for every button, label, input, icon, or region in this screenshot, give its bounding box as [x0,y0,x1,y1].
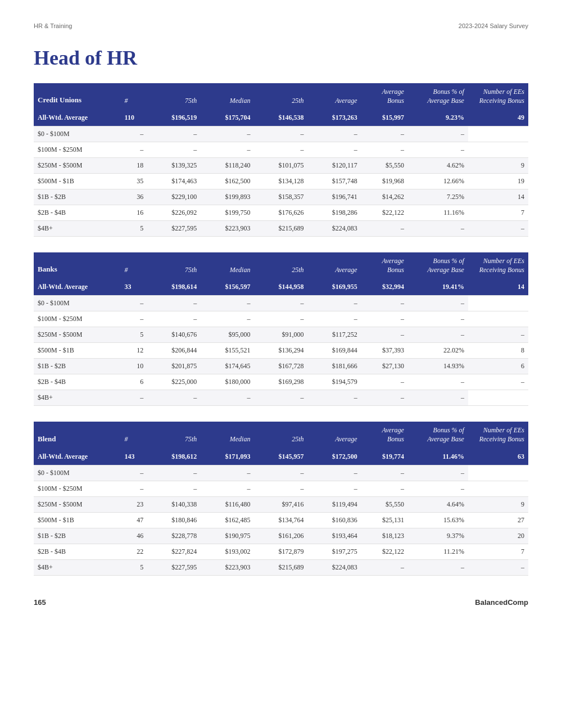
cell-2-4: $101,075 [254,158,307,174]
cell-4-0: $1B - $2B [34,359,121,374]
cell-4-0: $1B - $2B [34,189,121,205]
cell-5-2: $227,824 [147,544,201,559]
table-row: $2B - $4B6$225,000$180,000$169,298$194,5… [34,374,528,390]
table-credit-unions: Credit Unions#75thMedian25thAverageAvera… [34,83,528,237]
cell-5-7: 11.16% [408,205,468,221]
cell-6-0: $4B+ [34,559,121,575]
cell-4-5: $181,666 [308,359,361,374]
table-row: $0 - $100M––––––– [34,296,528,311]
col-header-2: Median [201,252,254,279]
cell-1-7: – [408,142,468,158]
cell-2-3: $95,000 [201,327,254,343]
cell-3-5: $169,844 [308,343,361,359]
all-wtd-cell-5: $19,774 [361,449,408,465]
cell-3-4: $134,764 [254,512,307,528]
cell-4-4: $167,728 [254,359,307,374]
cell-3-0: $500M - $1B [34,343,121,359]
cell-0-6: – [361,465,408,481]
cell-4-2: $201,875 [147,359,201,374]
cell-5-0: $2B - $4B [34,374,121,390]
cell-2-6: – [361,327,408,343]
cell-4-6: $14,262 [361,189,408,205]
cell-0-4: – [254,465,307,481]
cell-3-3: $162,485 [201,512,254,528]
cell-4-8: 20 [468,528,528,544]
cell-0-5: – [308,126,361,142]
cell-5-1: 16 [121,205,148,221]
cell-6-6: – [361,221,408,237]
cell-0-3: – [201,296,254,311]
cell-1-4: – [254,481,307,496]
page-number: 165 [34,598,46,607]
all-wtd-cell-3: $146,538 [254,110,307,126]
cell-6-4: $215,689 [254,559,307,575]
cell-3-0: $500M - $1B [34,512,121,528]
cell-3-3: $155,521 [201,343,254,359]
cell-1-1: – [121,311,148,327]
cell-1-5: – [308,142,361,158]
all-wtd-cell-2: $175,704 [201,110,254,126]
cell-4-8: 6 [468,359,528,374]
cell-2-8: – [468,327,528,343]
col-header-0: # [121,422,148,448]
cell-3-5: $157,748 [308,174,361,189]
table-row: $1B - $2B46$228,778$190,975$161,206$193,… [34,528,528,544]
cell-2-1: 5 [121,327,148,343]
table-row: $250M - $500M23$140,338$116,480$97,416$1… [34,496,528,512]
cell-3-1: 12 [121,343,148,359]
cell-5-8: 7 [468,205,528,221]
cell-6-0: $4B+ [34,390,121,406]
cell-1-7: – [408,481,468,496]
table-row: $500M - $1B35$174,463$162,500$134,128$15… [34,174,528,189]
cell-5-5: $194,579 [308,374,361,390]
all-wtd-cell-1: $198,612 [147,449,201,465]
table-row: $100M - $250M––––––– [34,142,528,158]
table-row: $500M - $1B12$206,844$155,521$136,294$16… [34,343,528,359]
all-wtd-cell-3: $145,957 [254,449,307,465]
section-credit-unions: Credit Unions#75thMedian25thAverageAvera… [34,83,528,237]
all-wtd-row: All-Wtd. Average110$196,519$175,704$146,… [34,110,528,126]
cell-5-6: – [361,374,408,390]
brand-name: BalancedComp [475,598,528,607]
cell-1-1: – [121,481,148,496]
cell-0-2: – [147,296,201,311]
cell-2-0: $250M - $500M [34,496,121,512]
cell-0-4: – [254,296,307,311]
col-header-2: Median [201,422,254,448]
all-wtd-cell-7: 49 [468,110,528,126]
all-wtd-cell-6: 11.46% [408,449,468,465]
all-wtd-cell-3: $144,958 [254,279,307,296]
col-header-1: 75th [147,252,201,279]
cell-2-1: 18 [121,158,148,174]
cell-6-1: – [121,390,148,406]
cell-0-7: – [408,296,468,311]
cell-4-6: $27,130 [361,359,408,374]
cell-3-4: $134,128 [254,174,307,189]
cell-3-7: 12.66% [408,174,468,189]
cell-5-6: $22,122 [361,544,408,559]
all-wtd-cell-2: $156,597 [201,279,254,296]
col-header-7: Number of EEs Receiving Bonus [468,252,528,279]
table-row: $0 - $100M––––––– [34,465,528,481]
cell-6-5: $224,083 [308,559,361,575]
cell-2-8: 9 [468,496,528,512]
cell-1-4: – [254,311,307,327]
cell-5-5: $197,275 [308,544,361,559]
cell-4-7: 9.37% [408,528,468,544]
cell-1-0: $100M - $250M [34,481,121,496]
table-blend: Blend#75thMedian25thAverageAverage Bonus… [34,422,528,575]
cell-4-4: $161,206 [254,528,307,544]
cell-3-8: 19 [468,174,528,189]
cell-3-2: $206,844 [147,343,201,359]
cell-0-1: – [121,296,148,311]
cell-1-2: – [147,311,201,327]
cell-6-3: $223,903 [201,221,254,237]
section-banks: Banks#75thMedian25thAverageAverage Bonus… [34,252,528,406]
cell-1-6: – [361,311,408,327]
cell-5-4: $169,298 [254,374,307,390]
cell-4-1: 36 [121,189,148,205]
all-wtd-cell-5: $32,994 [361,279,408,296]
table-row: $1B - $2B10$201,875$174,645$167,728$181,… [34,359,528,374]
cell-2-0: $250M - $500M [34,327,121,343]
cell-1-2: – [147,142,201,158]
